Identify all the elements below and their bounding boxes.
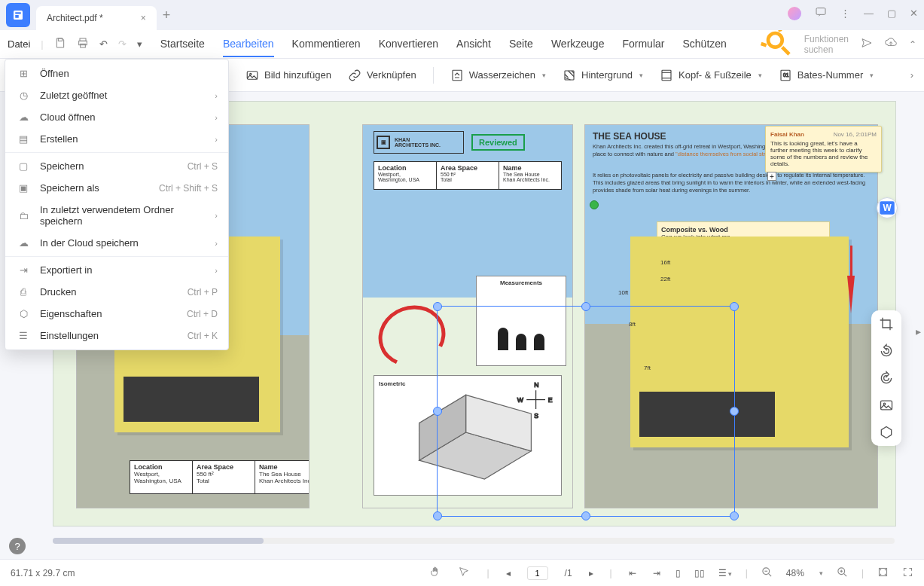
background-button[interactable]: Hintergrund▾	[563, 69, 643, 82]
svg-text:01: 01	[783, 72, 789, 78]
kebab-icon[interactable]: ⋮	[840, 8, 850, 19]
cloud-icon[interactable]	[885, 37, 897, 51]
description-para-2: It relies on photovoltaic panels for ele…	[593, 172, 870, 194]
tab-schuetzen[interactable]: Schützen	[682, 32, 726, 57]
zoom-level[interactable]: 48%	[786, 568, 804, 578]
zoom-out-icon[interactable]	[761, 566, 773, 580]
last-page-icon[interactable]: ⇥	[653, 568, 660, 578]
create-item[interactable]: ▤Erstellen›	[5, 128, 228, 150]
tab-close-icon[interactable]: ×	[141, 13, 146, 23]
tab-formular[interactable]: Formular	[622, 32, 664, 57]
properties-item[interactable]: ⬡EigenschaftenCtrl + D	[5, 303, 228, 325]
zoom-in-icon[interactable]	[837, 566, 848, 580]
first-page-icon[interactable]: ⇤	[629, 568, 636, 578]
dropdown-icon[interactable]: ▾	[137, 38, 142, 50]
svg-text:W: W	[517, 396, 524, 404]
header-footer-button[interactable]: Kopf- & Fußzeile▾	[660, 69, 762, 82]
page-input[interactable]	[527, 566, 548, 580]
tab-title: Architect.pdf *	[47, 13, 103, 23]
profile-avatar[interactable]	[788, 7, 801, 20]
tab-werkzeuge[interactable]: Werkzeuge	[551, 32, 605, 57]
extract-icon[interactable]	[879, 425, 894, 440]
print-icon: ⎙	[16, 286, 31, 298]
watermark-button[interactable]: Wasserzeichen▾	[450, 69, 546, 82]
save-cloud-item[interactable]: ☁In der Cloud speichern›	[5, 232, 228, 254]
page-panel-3: THE SEA HOUSE Khan Architects Inc. creat…	[584, 124, 878, 508]
svg-text:E: E	[548, 396, 553, 404]
save-recent-folder-item[interactable]: 🗀In zuletzt verwendetem Ordner speichern…	[5, 199, 228, 232]
fullscreen-icon[interactable]	[902, 566, 913, 580]
print-icon[interactable]	[77, 37, 89, 51]
collapse-icon[interactable]: ⌃	[909, 39, 916, 50]
new-tab-button[interactable]: +	[163, 8, 171, 23]
folder-icon: 🗀	[16, 210, 31, 221]
comment-body: This is looking great, let's have a furt…	[770, 140, 877, 167]
maximize-icon[interactable]: ▢	[887, 8, 896, 19]
document-tab[interactable]: Architect.pdf * ×	[36, 6, 157, 30]
tab-bearbeiten[interactable]: Bearbeiten	[223, 32, 274, 57]
rotate-left-icon[interactable]	[879, 343, 894, 359]
recent-icon: ◷	[16, 90, 31, 101]
export-item[interactable]: ⇥Exportiert in›	[5, 259, 228, 281]
fit-page-icon[interactable]	[877, 566, 889, 580]
statusbar: 61.71 x 29.7 cm | ◂ /1 ▸ | ⇤ ⇥ ▯ ▯▯ ☰▾ |…	[0, 559, 924, 586]
redo-icon[interactable]: ↷	[118, 38, 127, 50]
link-icon	[348, 69, 361, 82]
tab-konvertieren[interactable]: Konvertieren	[379, 32, 438, 57]
select-tool-icon[interactable]	[458, 566, 470, 580]
link-button[interactable]: Verknüpfen	[348, 69, 416, 82]
export-icon: ⇥	[16, 264, 31, 276]
comment-add-icon[interactable]: +	[767, 172, 776, 181]
two-page-icon[interactable]: ▯▯	[694, 568, 705, 578]
view-mode-icon[interactable]: ☰▾	[718, 568, 732, 578]
single-page-icon[interactable]: ▯	[675, 568, 681, 578]
file-menu-button[interactable]: Datei	[8, 38, 30, 50]
undo-icon[interactable]: ↶	[99, 38, 108, 50]
image-icon	[245, 69, 259, 82]
search-placeholder: Funktionen suchen	[804, 34, 849, 55]
next-page-icon[interactable]: ▸	[589, 568, 593, 578]
toolbar-more-icon[interactable]: ›	[910, 69, 913, 81]
right-panel-toggle[interactable]: ▸	[916, 325, 921, 337]
page-panel-2: ▣KHAN ARCHITECTS INC. Reviewed LocationW…	[362, 124, 573, 508]
tab-ansicht[interactable]: Ansicht	[456, 32, 491, 57]
settings-icon: ☰	[16, 330, 31, 341]
tab-startseite[interactable]: Startseite	[160, 32, 205, 57]
settings-item[interactable]: ☰EinstellungenCtrl + K	[5, 325, 228, 346]
h-scrollbar[interactable]	[53, 538, 895, 544]
save-icon[interactable]	[54, 37, 66, 51]
open-item[interactable]: ⊞Öffnen	[5, 63, 228, 84]
app-logo[interactable]	[6, 3, 30, 27]
word-export-badge[interactable]: W	[877, 197, 898, 218]
comment-sticky[interactable]: Faisal KhanNov 16, 2:01PM This is lookin…	[765, 126, 882, 172]
add-image-button[interactable]: Bild hinzufügen	[245, 69, 331, 82]
cloud-up-icon: ☁	[16, 237, 31, 249]
tab-kommentieren[interactable]: Kommentieren	[292, 32, 361, 57]
save-icon: ▢	[16, 160, 31, 172]
minimize-icon[interactable]: —	[864, 8, 874, 19]
rotate-right-icon[interactable]	[879, 371, 894, 386]
bates-button[interactable]: 01 Bates-Nummer▾	[779, 69, 874, 82]
crop-icon[interactable]	[879, 316, 894, 331]
save-item[interactable]: ▢SpeichernCtrl + S	[5, 155, 228, 177]
background-icon	[563, 69, 576, 82]
menubar: Datei | ↶ ↷ ▾ Startseite Bearbeiten Komm…	[0, 30, 924, 59]
info-table-2: LocationWestport, Washington, USA Area S…	[374, 161, 562, 190]
watermark-label: Wasserzeichen	[469, 69, 535, 81]
tab-seite[interactable]: Seite	[509, 32, 533, 57]
send-icon[interactable]	[861, 37, 873, 51]
recent-item[interactable]: ◷Zuletzt geöffnet›	[5, 84, 228, 106]
bates-label: Bates-Nummer	[797, 69, 863, 81]
saveas-item[interactable]: ▣Speichern alsCtrl + Shift + S	[5, 177, 228, 199]
background-label: Hintergrund	[581, 69, 633, 81]
close-icon[interactable]: ✕	[910, 8, 918, 19]
chat-icon[interactable]	[815, 6, 827, 20]
svg-rect-1	[15, 12, 21, 14]
saveas-icon: ▣	[16, 182, 31, 194]
hand-tool-icon[interactable]	[429, 566, 441, 580]
replace-image-icon[interactable]	[879, 398, 894, 413]
print-item[interactable]: ⎙DruckenCtrl + P	[5, 281, 228, 303]
help-button[interactable]: ?	[9, 538, 26, 554]
prev-page-icon[interactable]: ◂	[506, 568, 511, 578]
cloud-open-item[interactable]: ☁Cloud öffnen›	[5, 106, 228, 128]
